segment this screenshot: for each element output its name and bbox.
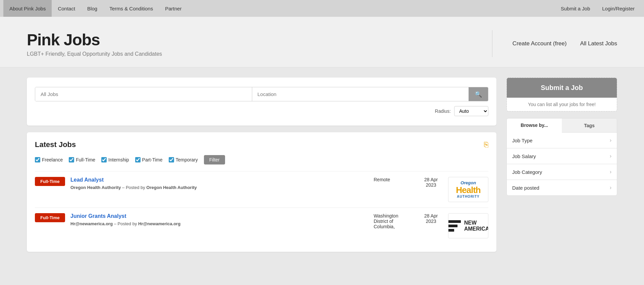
job-info-job1: Lead AnalystOregon Health Authority – Po… — [70, 177, 368, 191]
filter-parttime[interactable]: Part-Time — [135, 157, 163, 162]
main-content: 🔍 Radius: Auto10 miles25 miles50 miles10… — [0, 67, 644, 262]
job-company-job1: Oregon Health Authority – Posted by Oreg… — [70, 184, 368, 191]
search-button[interactable]: 🔍 — [469, 87, 488, 101]
header-links: Create Account (free) All Latest Jobs — [513, 40, 617, 47]
checkbox-fulltime[interactable] — [69, 157, 74, 162]
search-box: 🔍 Radius: Auto10 miles25 miles50 miles10… — [27, 78, 496, 126]
browse-item-jobtype[interactable]: Job Type› — [507, 133, 617, 148]
filter-label-internship: Internship — [108, 157, 129, 162]
right-panel: Submit a Job You can list all your jobs … — [506, 78, 617, 252]
job-logo-job1: Oregon Health Authority — [448, 177, 488, 202]
filter-button[interactable]: Filter — [204, 155, 225, 164]
nav-item-terms[interactable]: Terms & Conditions — [103, 0, 159, 17]
filter-row: FreelanceFull-TimeInternshipPart-TimeTem… — [35, 155, 488, 164]
browse-tab-browse[interactable]: Browse by... — [507, 118, 562, 133]
chevron-right-icon: › — [610, 169, 611, 175]
filter-label-temporary: Temporary — [176, 157, 198, 162]
filter-internship[interactable]: Internship — [101, 157, 129, 162]
filter-label-freelance: Freelance — [42, 157, 63, 162]
job-info-job2: Junior Grants AnalystHr@newamerica.org –… — [70, 213, 368, 227]
job-date-job1: 28 Apr2023 — [419, 177, 443, 188]
nav-item-contact[interactable]: Contact — [52, 0, 81, 17]
create-account-link[interactable]: Create Account (free) — [513, 40, 567, 47]
filter-label-fulltime: Full-Time — [76, 157, 95, 162]
job-company-job2: Hr@newamerica.org – Posted by Hr@newamer… — [70, 221, 368, 227]
header-divider — [492, 30, 492, 57]
nav-left: About Pink JobsContactBlogTerms & Condit… — [3, 0, 187, 17]
job-title-job1[interactable]: Lead Analyst — [70, 177, 368, 183]
jobs-list: Full-TimeLead AnalystOregon Health Autho… — [35, 171, 488, 244]
job-badge-job1: Full-Time — [35, 177, 65, 186]
checkbox-temporary[interactable] — [169, 157, 174, 162]
browse-item-jobcategory[interactable]: Job Category› — [507, 164, 617, 180]
filter-label-parttime: Part-Time — [142, 157, 163, 162]
checkbox-parttime[interactable] — [135, 157, 141, 162]
chevron-right-icon: › — [610, 137, 611, 143]
nav-item-about[interactable]: About Pink Jobs — [3, 0, 52, 17]
radius-label: Radius: — [435, 108, 451, 114]
job-logo-job2: NEWAMERICA — [448, 213, 488, 238]
radius-select[interactable]: Auto10 miles25 miles50 miles100 miles — [454, 106, 488, 116]
job-badge-job2: Full-Time — [35, 213, 65, 222]
browse-item-label-jobcategory: Job Category — [512, 169, 542, 175]
browse-item-label-jobtype: Job Type — [512, 138, 533, 143]
submit-box: Submit a Job You can list all your jobs … — [506, 78, 617, 111]
latest-jobs-title: Latest Jobs — [35, 140, 76, 149]
checkbox-freelance[interactable] — [35, 157, 40, 162]
browse-tab-tags[interactable]: Tags — [562, 118, 617, 132]
browse-panel: Browse by...Tags Job Type›Job Salary›Job… — [506, 118, 617, 196]
browse-tabs: Browse by...Tags — [507, 118, 617, 133]
job-item-job2: Full-TimeJunior Grants AnalystHr@newamer… — [35, 207, 488, 244]
nav-item-partner[interactable]: Partner — [159, 0, 187, 17]
left-panel: 🔍 Radius: Auto10 miles25 miles50 miles10… — [27, 78, 496, 252]
browse-item-dateposted[interactable]: Date posted› — [507, 180, 617, 195]
browse-item-label-jobsalary: Job Salary — [512, 153, 536, 159]
submit-job-button[interactable]: Submit a Job — [507, 78, 617, 98]
browse-items: Job Type›Job Salary›Job Category›Date po… — [507, 133, 617, 195]
search-jobs-input[interactable] — [35, 87, 252, 101]
main-nav: About Pink JobsContactBlogTerms & Condit… — [0, 0, 644, 17]
job-location-job2: WashingtonDistrict ofColumbia, — [374, 213, 414, 229]
nav-item-blog[interactable]: Blog — [81, 0, 103, 17]
filter-fulltime[interactable]: Full-Time — [69, 157, 95, 162]
nav-item-login[interactable]: Login/Register — [596, 0, 641, 17]
radius-row: Radius: Auto10 miles25 miles50 miles100 … — [35, 106, 488, 116]
filter-temporary[interactable]: Temporary — [169, 157, 198, 162]
chevron-right-icon: › — [610, 185, 611, 191]
submit-subtext: You can list all your jobs for free! — [507, 98, 617, 111]
search-icon: 🔍 — [475, 91, 482, 98]
site-title: Pink Jobs — [27, 31, 472, 49]
header-area: Pink Jobs LGBT+ Friendly, Equal Opportun… — [0, 17, 644, 67]
jobs-header: Latest Jobs ⎘ — [35, 140, 488, 149]
rss-icon[interactable]: ⎘ — [484, 140, 488, 149]
job-date-job2: 28 Apr2023 — [419, 213, 443, 224]
job-item-job1: Full-TimeLead AnalystOregon Health Autho… — [35, 171, 488, 207]
search-location-input[interactable] — [252, 87, 469, 101]
all-latest-jobs-link[interactable]: All Latest Jobs — [580, 40, 617, 47]
search-row: 🔍 — [35, 87, 488, 101]
jobs-panel: Latest Jobs ⎘ FreelanceFull-TimeInternsh… — [27, 132, 496, 252]
browse-item-jobsalary[interactable]: Job Salary› — [507, 148, 617, 164]
site-subtitle: LGBT+ Friendly, Equal Opportunity Jobs a… — [27, 51, 472, 57]
job-location-job1: Remote — [374, 177, 414, 182]
chevron-right-icon: › — [610, 153, 611, 159]
nav-right: Submit a JobLogin/Register — [555, 0, 641, 17]
header-left: Pink Jobs LGBT+ Friendly, Equal Opportun… — [27, 31, 472, 57]
filter-freelance[interactable]: Freelance — [35, 157, 63, 162]
checkbox-internship[interactable] — [101, 157, 107, 162]
browse-item-label-dateposted: Date posted — [512, 185, 539, 191]
job-title-job2[interactable]: Junior Grants Analyst — [70, 213, 368, 219]
nav-item-submit[interactable]: Submit a Job — [555, 0, 596, 17]
